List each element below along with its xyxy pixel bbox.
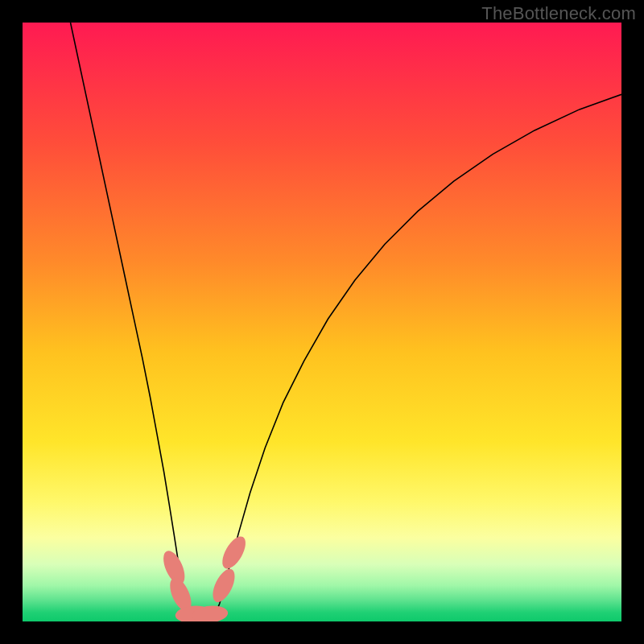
chart-svg [23, 23, 621, 621]
watermark-text: TheBottleneck.com [481, 3, 636, 24]
plot-area [23, 23, 621, 621]
chart-background [23, 23, 621, 621]
chart-frame: TheBottleneck.com [0, 0, 644, 644]
